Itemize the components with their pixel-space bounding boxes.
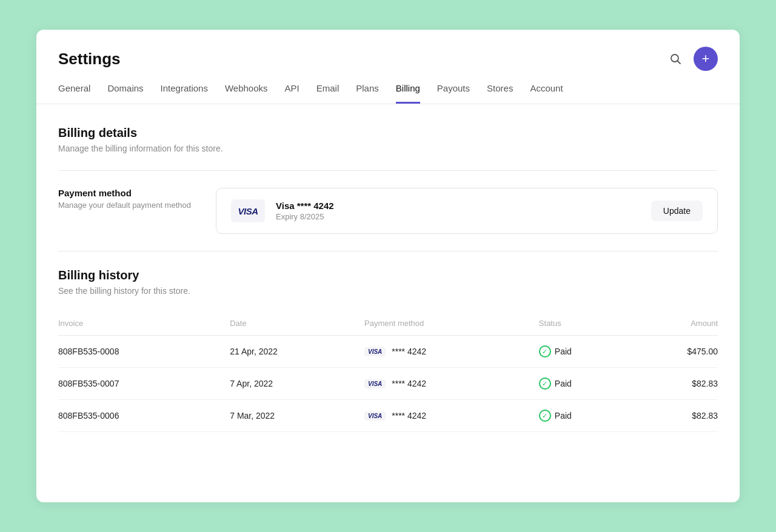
- tab-webhooks[interactable]: Webhooks: [225, 83, 268, 104]
- card-name: Visa **** 4242: [276, 201, 640, 211]
- card-last4: **** 4242: [392, 411, 426, 421]
- tab-email[interactable]: Email: [316, 83, 340, 104]
- billing-history-desc: See the billing history for this store.: [58, 286, 718, 296]
- cell-invoice: 808FB535-0006: [58, 400, 230, 432]
- tab-domains[interactable]: Domains: [107, 83, 143, 104]
- card-info: Visa **** 4242 Expiry 8/2025: [276, 201, 640, 221]
- table-row: 808FB535-0006 7 Mar, 2022 VISA **** 4242…: [58, 400, 718, 432]
- cell-invoice: 808FB535-0007: [58, 368, 230, 400]
- cell-amount: $82.83: [631, 400, 718, 432]
- billing-history-section: Billing history See the billing history …: [58, 268, 718, 432]
- col-invoice: Invoice: [58, 313, 230, 336]
- billing-details-desc: Manage the billing information for this …: [58, 144, 718, 153]
- col-date: Date: [230, 313, 364, 336]
- cell-status: ✓ Paid: [539, 400, 631, 432]
- cell-payment-method: VISA **** 4242: [364, 400, 539, 432]
- status-paid: ✓ Paid: [539, 377, 572, 390]
- tab-payouts[interactable]: Payouts: [437, 83, 470, 104]
- col-status: Status: [539, 313, 631, 336]
- page-content: Billing details Manage the billing infor…: [36, 104, 740, 454]
- status-paid: ✓ Paid: [539, 345, 572, 357]
- status-text: Paid: [555, 411, 572, 421]
- check-icon: ✓: [539, 410, 551, 422]
- search-button[interactable]: [664, 48, 686, 70]
- check-icon: ✓: [539, 345, 551, 357]
- card-last4: **** 4242: [392, 347, 426, 356]
- settings-card: Settings + General Domains Integrations …: [36, 30, 740, 502]
- cell-amount: $475.00: [631, 336, 718, 368]
- payment-method-label: Payment method Manage your default payme…: [58, 188, 192, 210]
- check-icon: ✓: [539, 377, 551, 390]
- cell-date: 21 Apr, 2022: [230, 336, 364, 368]
- tab-integrations[interactable]: Integrations: [161, 83, 208, 104]
- col-payment-method: Payment method: [364, 313, 539, 336]
- visa-small-logo: VISA: [364, 379, 386, 388]
- visa-small-logo: VISA: [364, 347, 386, 356]
- card-last4: **** 4242: [392, 379, 426, 388]
- cell-payment-method: VISA **** 4242: [364, 336, 539, 368]
- header-actions: +: [664, 47, 718, 71]
- cell-invoice: 808FB535-0008: [58, 336, 230, 368]
- page-title: Settings: [58, 50, 121, 68]
- cell-amount: $82.83: [631, 368, 718, 400]
- billing-details-section: Billing details Manage the billing infor…: [58, 126, 718, 153]
- payment-card: VISA Visa **** 4242 Expiry 8/2025 Update: [216, 188, 718, 234]
- status-paid: ✓ Paid: [539, 410, 572, 422]
- billing-table: Invoice Date Payment method Status Amoun…: [58, 313, 718, 432]
- tab-plans[interactable]: Plans: [356, 83, 379, 104]
- tab-api[interactable]: API: [285, 83, 299, 104]
- divider-1: [58, 170, 718, 171]
- cell-date: 7 Apr, 2022: [230, 368, 364, 400]
- search-icon: [669, 53, 681, 65]
- cell-date: 7 Mar, 2022: [230, 400, 364, 432]
- payment-method-desc: Manage your default payment method: [58, 201, 192, 210]
- cell-status: ✓ Paid: [539, 368, 631, 400]
- tab-account[interactable]: Account: [530, 83, 563, 104]
- visa-small-logo: VISA: [364, 411, 386, 421]
- status-text: Paid: [555, 347, 572, 356]
- svg-line-1: [678, 61, 681, 64]
- cell-status: ✓ Paid: [539, 336, 631, 368]
- update-button[interactable]: Update: [651, 201, 703, 221]
- divider-2: [58, 251, 718, 251]
- plus-icon: +: [702, 52, 710, 65]
- visa-brand-text: VISA: [238, 206, 258, 216]
- add-button[interactable]: +: [694, 47, 718, 71]
- table-row: 808FB535-0007 7 Apr, 2022 VISA **** 4242…: [58, 368, 718, 400]
- cell-payment-method: VISA **** 4242: [364, 368, 539, 400]
- table-header-row: Invoice Date Payment method Status Amoun…: [58, 313, 718, 336]
- visa-logo: VISA: [231, 199, 265, 222]
- billing-history-title: Billing history: [58, 268, 718, 282]
- tab-billing[interactable]: Billing: [396, 83, 420, 104]
- card-expiry: Expiry 8/2025: [276, 212, 640, 221]
- page-header: Settings +: [36, 30, 740, 71]
- settings-tabs: General Domains Integrations Webhooks AP…: [36, 71, 740, 104]
- col-amount: Amount: [631, 313, 718, 336]
- billing-details-title: Billing details: [58, 126, 718, 140]
- tab-general[interactable]: General: [58, 83, 90, 104]
- table-row: 808FB535-0008 21 Apr, 2022 VISA **** 424…: [58, 336, 718, 368]
- status-text: Paid: [555, 379, 572, 388]
- payment-method-section: Payment method Manage your default payme…: [58, 188, 718, 234]
- tab-stores[interactable]: Stores: [487, 83, 513, 104]
- payment-method-title: Payment method: [58, 188, 192, 198]
